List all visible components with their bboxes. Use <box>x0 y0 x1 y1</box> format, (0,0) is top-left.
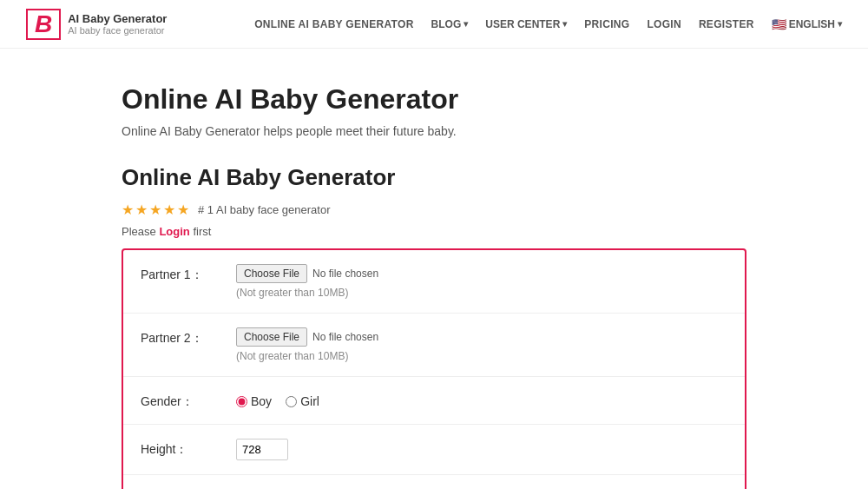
nav-user-center-dropdown[interactable]: USER CENTER ▾ <box>485 18 567 30</box>
nav-pricing[interactable]: PRICING <box>584 18 629 30</box>
gender-girl-label: Girl <box>300 394 319 408</box>
nav-language-dropdown[interactable]: 🇺🇸 ENGLISH ▾ <box>772 17 842 31</box>
width-row: Width： <box>123 475 745 489</box>
nav-login[interactable]: LOGIN <box>647 18 681 30</box>
login-notice: Please Login first <box>122 225 746 238</box>
partner2-row: Partner 2： Choose File No file chosen (N… <box>123 314 745 377</box>
language-chevron-down-icon: ▾ <box>838 19 842 29</box>
partner1-choose-file-button[interactable]: Choose File <box>236 264 307 283</box>
flag-icon: 🇺🇸 <box>772 17 786 31</box>
gender-boy-label: Boy <box>251 394 272 408</box>
header: B AI Baby Generator AI baby face generat… <box>0 0 868 49</box>
gender-girl-radio[interactable] <box>286 396 297 407</box>
nav-language-label: ENGLISH <box>789 18 835 30</box>
logo-icon: B <box>26 9 61 40</box>
page-title: Online AI Baby Generator <box>122 83 746 116</box>
gender-boy-radio[interactable] <box>236 396 247 407</box>
rating-row: ★★★★★ # 1 AI baby face generator <box>122 202 746 218</box>
partner1-no-file-text: No file chosen <box>312 268 378 280</box>
partner2-field: Choose File No file chosen (Not greater … <box>236 327 378 362</box>
rank-badge: # 1 AI baby face generator <box>198 203 331 216</box>
logo-subtitle: AI baby face generator <box>68 25 167 36</box>
partner1-file-hint: (Not greater than 10MB) <box>236 287 378 299</box>
nav-online-ai[interactable]: ONLINE AI BABY GENERATOR <box>254 18 413 30</box>
partner1-row: Partner 1： Choose File No file chosen (N… <box>123 250 745 314</box>
gender-label: Gender： <box>141 391 219 410</box>
partner1-upload-row: Choose File No file chosen <box>236 264 378 283</box>
page-subtitle: Online AI Baby Generator helps people me… <box>122 124 746 138</box>
gender-boy-option[interactable]: Boy <box>236 394 272 408</box>
partner2-file-hint: (Not greater than 10MB) <box>236 350 378 362</box>
generator-form: Partner 1： Choose File No file chosen (N… <box>122 248 746 489</box>
partner1-field: Choose File No file chosen (Not greater … <box>236 264 378 299</box>
height-input[interactable] <box>236 439 288 460</box>
height-row: Height： <box>123 425 745 475</box>
nav-blog-dropdown[interactable]: BLOG ▾ <box>431 18 469 30</box>
nav-register[interactable]: REGISTER <box>699 18 754 30</box>
nav-blog-label: BLOG <box>431 18 462 30</box>
blog-chevron-down-icon: ▾ <box>464 19 468 29</box>
main-nav: ONLINE AI BABY GENERATOR BLOG ▾ USER CEN… <box>254 17 842 31</box>
login-notice-prefix: Please <box>122 225 159 238</box>
height-label: Height： <box>141 439 219 458</box>
nav-user-center-label: USER CENTER <box>485 18 560 30</box>
partner2-upload-row: Choose File No file chosen <box>236 327 378 347</box>
user-center-chevron-down-icon: ▾ <box>562 19 567 29</box>
section-title: Online AI Baby Generator <box>122 164 746 191</box>
logo[interactable]: B AI Baby Generator AI baby face generat… <box>26 9 167 40</box>
partner2-no-file-text: No file chosen <box>312 331 378 343</box>
partner2-choose-file-button[interactable]: Choose File <box>236 327 307 347</box>
gender-options: Boy Girl <box>236 391 319 408</box>
main-content: Online AI Baby Generator Online AI Baby … <box>104 49 764 489</box>
gender-row: Gender： Boy Girl <box>123 377 745 425</box>
gender-girl-option[interactable]: Girl <box>286 394 319 408</box>
logo-text-block: AI Baby Generator AI baby face generator <box>68 12 167 36</box>
star-rating: ★★★★★ <box>122 202 191 218</box>
partner2-label: Partner 2： <box>141 327 219 347</box>
login-link[interactable]: Login <box>159 225 189 238</box>
partner1-label: Partner 1： <box>141 264 219 283</box>
login-notice-suffix: first <box>190 225 212 238</box>
logo-title: AI Baby Generator <box>68 12 167 25</box>
